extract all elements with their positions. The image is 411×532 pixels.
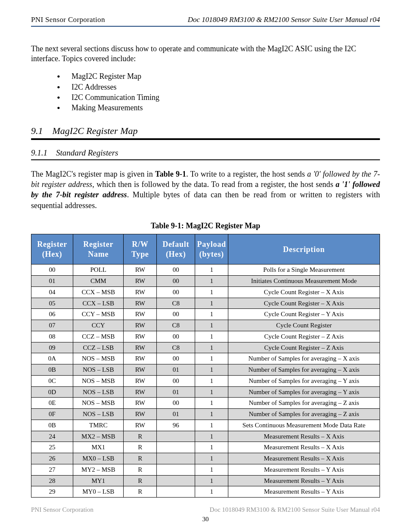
cell-addr: 00	[31, 264, 73, 276]
cell-desc: Number of Samples for averaging – Y axis	[228, 375, 380, 386]
cell-len: 1	[195, 276, 228, 287]
cell-def	[157, 431, 195, 442]
regmap-table-ref: Table 9-1	[155, 170, 186, 178]
th-length: Payload (bytes)	[195, 234, 228, 264]
cell-name: CCZ – LSB	[73, 342, 124, 353]
cell-desc: Measurement Results – X Axis	[228, 442, 380, 453]
cell-name: NOS – LSB	[73, 409, 124, 420]
section-number: 9.1	[31, 125, 43, 136]
cell-desc: Cycle Count Register – Z Axis	[228, 342, 380, 353]
cell-name: MY2 – MSB	[73, 464, 124, 475]
cell-addr: 0B	[31, 420, 73, 431]
section-rule	[31, 138, 380, 140]
cell-desc: Cycle Count Register – Y Axis	[228, 309, 380, 320]
cell-def: 96	[157, 420, 195, 431]
table-row: 27MY2 – MSBR1Measurement Results – Y Axi…	[31, 464, 380, 475]
header-rule	[31, 26, 380, 27]
cell-len: 1	[195, 409, 228, 420]
cell-addr: 0B	[31, 364, 73, 376]
cell-addr: 06	[31, 309, 73, 320]
cell-desc: Number of Samples for averaging – Z axis	[228, 398, 380, 409]
table-row: 08CCZ – MSBRW001Cycle Count Register – Z…	[31, 331, 380, 342]
subsection-number: 9.1.1	[31, 148, 47, 157]
header-left: PNI Sensor Corporation	[31, 15, 105, 24]
cell-def: C8	[157, 342, 195, 353]
cell-name: MX0 – LSB	[73, 453, 124, 464]
subsection-title: 9.1.1Standard Registers	[31, 148, 380, 158]
cell-desc: Initiates Continuous Measurement Mode	[228, 276, 380, 287]
cell-def: 00	[157, 264, 195, 276]
cell-name: CCY – MSB	[73, 309, 124, 320]
cell-addr: 0F	[31, 409, 73, 420]
bullet-item: I2C Communication Timing	[57, 92, 380, 103]
cell-def	[157, 464, 195, 475]
cell-name: MX1	[73, 442, 124, 453]
cell-len: 1	[195, 298, 228, 309]
table-row: 29MY0 – LSBR1Measurement Results – Y Axi…	[31, 486, 380, 498]
cell-type: RW	[124, 342, 157, 353]
cell-name: NOS – LSB	[73, 364, 124, 376]
table-row: 0FNOS – LSBRW011Number of Samples for av…	[31, 409, 380, 420]
cell-def	[157, 475, 195, 486]
cell-type: R	[124, 442, 157, 453]
cell-desc: Measurement Results – Y Axis	[228, 475, 380, 486]
cell-type: RW	[124, 398, 157, 409]
cell-type: RW	[124, 409, 157, 420]
cell-name: NOS – LSB	[73, 386, 124, 398]
cell-def	[157, 442, 195, 453]
cell-addr: 24	[31, 431, 73, 442]
subsection-rule	[31, 159, 380, 160]
cell-len: 1	[195, 309, 228, 320]
cell-desc: Measurement Results – X Axis	[228, 453, 380, 464]
cell-len: 1	[195, 286, 228, 298]
cell-len: 1	[195, 386, 228, 398]
subsection-name: Standard Registers	[56, 148, 118, 157]
cell-addr: 0D	[31, 386, 73, 398]
cell-addr: 04	[31, 286, 73, 298]
cell-def: 00	[157, 276, 195, 287]
cell-desc: Measurement Results – X Axis	[228, 431, 380, 442]
intro-bullets: MagI2C Register Map I2C Addresses I2C Co…	[31, 71, 380, 113]
cell-addr: 0C	[31, 375, 73, 386]
cell-def: 01	[157, 409, 195, 420]
cell-desc: Number of Samples for averaging – X axis	[228, 353, 380, 364]
table-row: 04CCX – MSBRW001Cycle Count Register – X…	[31, 286, 380, 298]
cell-def: C8	[157, 320, 195, 331]
cell-desc: Polls for a Single Measurement	[228, 264, 380, 276]
cell-type: R	[124, 475, 157, 486]
cell-addr: 08	[31, 331, 73, 342]
cell-name: NOS – MSB	[73, 353, 124, 364]
cell-len: 1	[195, 398, 228, 409]
header-right: Doc 1018049 RM3100 & RM2100 Sensor Suite…	[188, 15, 380, 24]
cell-def: 00	[157, 398, 195, 409]
cell-type: RW	[124, 364, 157, 376]
cell-name: NOS – MSB	[73, 398, 124, 409]
cell-addr: 25	[31, 442, 73, 453]
cell-name: POLL	[73, 264, 124, 276]
cell-desc: Number of Samples for averaging – Y axis	[228, 386, 380, 398]
table-row: 0ANOS – MSBRW001Number of Samples for av…	[31, 353, 380, 364]
cell-len: 1	[195, 264, 228, 276]
page-header: PNI Sensor Corporation Doc 1018049 RM310…	[31, 15, 380, 24]
footer-right: Doc 1018049 RM3100 & RM2100 Sensor Suite…	[210, 506, 380, 514]
page-number: 30	[0, 515, 411, 523]
bullet-item: MagI2C Register Map	[57, 71, 380, 81]
cell-type: RW	[124, 320, 157, 331]
cell-name: MX2 – MSB	[73, 431, 124, 442]
cell-name: CCX – LSB	[73, 298, 124, 309]
cell-def: C8	[157, 298, 195, 309]
cell-addr: 28	[31, 475, 73, 486]
table-row: 00POLLRW001Polls for a Single Measuremen…	[31, 264, 380, 276]
cell-name: CCX – MSB	[73, 286, 124, 298]
cell-len: 1	[195, 453, 228, 464]
table-body: 00POLLRW001Polls for a Single Measuremen…	[31, 264, 380, 498]
cell-desc: Cycle Count Register	[228, 320, 380, 331]
cell-len: 1	[195, 431, 228, 442]
table-row: 06CCY – MSBRW001Cycle Count Register – Y…	[31, 309, 380, 320]
cell-len: 1	[195, 420, 228, 431]
cell-name: CCZ – MSB	[73, 331, 124, 342]
footer-left: PNI Sensor Corporation	[31, 506, 93, 514]
cell-type: R	[124, 464, 157, 475]
cell-len: 1	[195, 375, 228, 386]
cell-def: 01	[157, 386, 195, 398]
